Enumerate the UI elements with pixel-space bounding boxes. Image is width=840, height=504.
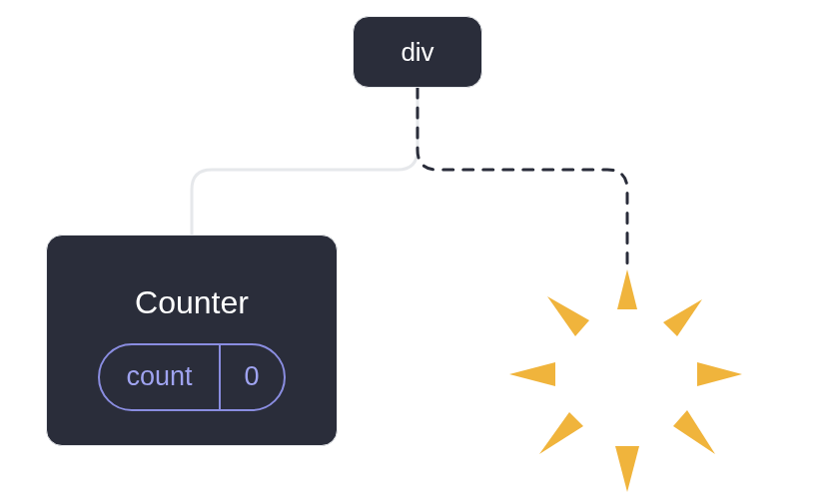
counter-title: Counter	[135, 284, 249, 321]
root-node-div: div	[353, 16, 482, 88]
edge-root-to-counter	[192, 88, 418, 235]
state-value: 0	[221, 345, 284, 409]
state-pill: count 0	[98, 343, 285, 411]
svg-marker-5	[539, 412, 583, 454]
root-node-label: div	[401, 37, 433, 68]
starburst-icon	[497, 254, 757, 504]
diagram-canvas: div Counter count 0	[0, 0, 840, 504]
svg-marker-2	[697, 362, 742, 386]
svg-marker-6	[509, 362, 555, 386]
state-label: count	[100, 345, 220, 409]
svg-marker-1	[663, 299, 702, 336]
svg-marker-3	[673, 410, 715, 454]
counter-node: Counter count 0	[46, 235, 338, 446]
edge-root-to-burst	[418, 88, 627, 267]
svg-marker-7	[547, 296, 589, 336]
svg-marker-0	[617, 269, 637, 309]
svg-marker-4	[615, 446, 639, 492]
